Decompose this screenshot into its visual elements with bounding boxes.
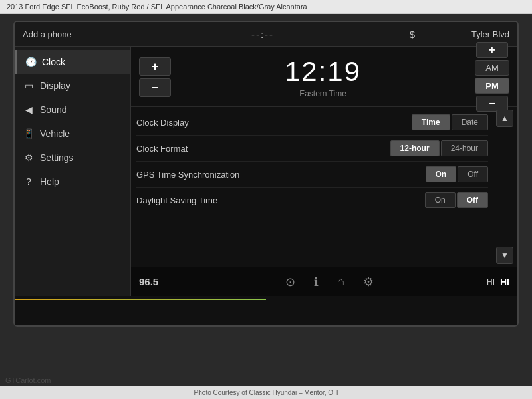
dst-off-btn[interactable]: Off — [457, 192, 488, 208]
watermark: GTCarlot.com — [5, 376, 51, 384]
dst-label: Daylight Saving Time — [136, 196, 420, 205]
sidebar-item-clock[interactable]: 🕐 Clock — [15, 50, 130, 74]
add-phone[interactable]: Add a phone — [20, 29, 126, 39]
hi-label: HI — [487, 277, 495, 287]
caption-title: 2013 Ford Edge SEL EcoBoost, Ruby Red / … — [7, 3, 307, 11]
caption-bar: 2013 Ford Edge SEL EcoBoost, Ruby Red / … — [0, 0, 532, 14]
sidebar-label-clock: Clock — [42, 57, 65, 67]
gear-icon[interactable]: ⚙ — [363, 275, 374, 289]
clock-format-12-btn[interactable]: 12-hour — [390, 140, 440, 156]
clock-display-date-btn[interactable]: Date — [452, 114, 488, 130]
radio-frequency: 96.5 — [139, 276, 172, 287]
sidebar: 🕐 Clock ▭ Display ◀ Sound 📱 Vehicle ⚙ Se… — [15, 47, 131, 296]
time-digits: 12:19 — [178, 56, 468, 88]
scroll-up-button[interactable]: ▲ — [496, 110, 513, 127]
footer-caption: Photo Courtesy of Classic Hyundai – Ment… — [0, 386, 532, 399]
dst-row: Daylight Saving Time On Off — [136, 188, 488, 213]
sidebar-label-help: Help — [40, 176, 59, 187]
settings-icon: ⚙ — [23, 152, 35, 163]
sidebar-item-sound[interactable]: ◀ Sound — [15, 98, 130, 122]
sound-icon: ◀ — [23, 104, 35, 115]
sidebar-item-vehicle[interactable]: 📱 Vehicle — [15, 122, 130, 146]
ampm-plus-button[interactable]: + — [476, 42, 508, 58]
gps-sync-row: GPS Time Synchronization On Off — [136, 162, 488, 188]
gps-sync-off-btn[interactable]: Off — [458, 166, 488, 182]
time-plus-button[interactable]: + — [139, 57, 171, 76]
gps-sync-label: GPS Time Synchronization — [136, 170, 420, 180]
status-dollar: $ — [399, 29, 426, 40]
time-zone: Eastern Time — [178, 89, 468, 98]
clock-format-24-btn[interactable]: 24-hour — [441, 140, 488, 156]
status-location: Tyler Blvd — [426, 29, 512, 39]
sidebar-label-vehicle: Vehicle — [40, 128, 70, 139]
bottom-icons: ⊙ ℹ ⌂ ⚙ — [172, 275, 487, 289]
radio-icon[interactable]: ⊙ — [285, 275, 295, 289]
screen: Add a phone --:-- $ Tyler Blvd 🕐 Clock ▭… — [13, 21, 519, 327]
status-time: --:-- — [126, 29, 399, 40]
main-content: 🕐 Clock ▭ Display ◀ Sound 📱 Vehicle ⚙ Se… — [15, 47, 517, 296]
sidebar-item-help[interactable]: ? Help — [15, 170, 130, 194]
am-button[interactable]: AM — [475, 60, 509, 76]
sidebar-label-display: Display — [40, 80, 70, 91]
sidebar-label-sound: Sound — [40, 104, 66, 115]
home-icon[interactable]: ⌂ — [337, 275, 344, 289]
hi-value: HI — [500, 277, 509, 287]
clock-format-toggle: 12-hour 24-hour — [390, 140, 488, 156]
settings-area: Clock Display Time Date Clock Format 12-… — [131, 107, 517, 267]
clock-format-label: Clock Format — [136, 144, 385, 154]
clock-display-time-btn[interactable]: Time — [412, 114, 450, 130]
bottom-bar: 96.5 ⊙ ℹ ⌂ ⚙ HI HI — [131, 267, 517, 296]
sidebar-label-settings: Settings — [40, 152, 74, 163]
gps-sync-toggle: On Off — [426, 166, 488, 182]
status-bar-line — [15, 299, 266, 300]
right-panel: + − 12:19 Eastern Time + AM PM − Clock D… — [131, 47, 517, 296]
clock-icon: 🕐 — [25, 57, 37, 67]
scroll-down-button[interactable]: ▼ — [496, 247, 513, 264]
ampm-col: + AM PM − — [475, 42, 509, 112]
clock-format-row: Clock Format 12-hour 24-hour — [136, 136, 488, 162]
sidebar-item-display[interactable]: ▭ Display — [15, 74, 130, 98]
time-area: + − 12:19 Eastern Time + AM PM − — [131, 47, 517, 107]
help-icon: ? — [23, 176, 35, 187]
status-bar: Add a phone --:-- $ Tyler Blvd — [15, 22, 517, 47]
gps-sync-on-btn[interactable]: On — [426, 166, 457, 182]
clock-display-toggle: Time Date — [412, 114, 488, 130]
display-icon: ▭ — [23, 80, 35, 91]
dst-toggle: On Off — [425, 192, 488, 208]
pm-button[interactable]: PM — [475, 78, 509, 94]
time-display: 12:19 Eastern Time — [178, 56, 468, 98]
hi-section: HI HI — [487, 277, 509, 287]
clock-display-label: Clock Display — [136, 118, 406, 128]
time-adjust-left: + − — [139, 57, 171, 97]
info-icon[interactable]: ℹ — [314, 275, 319, 289]
clock-display-row: Clock Display Time Date — [136, 110, 488, 136]
sidebar-item-settings[interactable]: ⚙ Settings — [15, 146, 130, 170]
scroll-arrows: ▲ ▼ — [496, 107, 515, 267]
dst-on-btn[interactable]: On — [425, 192, 456, 208]
time-minus-button[interactable]: − — [139, 78, 171, 97]
vehicle-icon: 📱 — [23, 128, 35, 139]
